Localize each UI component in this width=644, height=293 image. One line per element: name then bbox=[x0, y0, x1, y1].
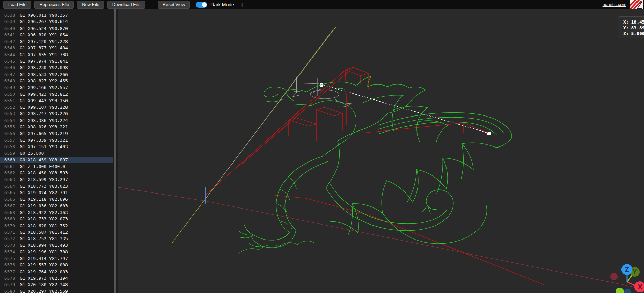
gcode-line-number: 6558 bbox=[0, 143, 15, 150]
gcode-line[interactable]: 6558G1 X97.151 Y93.403 bbox=[0, 143, 113, 150]
toggle-knob-icon bbox=[202, 2, 207, 7]
gcode-line-number: 6563 bbox=[0, 176, 15, 183]
svg-text:Z: Z bbox=[625, 266, 629, 273]
gcode-line-number: 6566 bbox=[0, 196, 15, 202]
gcode-line[interactable]: 6559G0 Z5.000 bbox=[0, 150, 113, 156]
gcode-line[interactable]: 6579G1 X20.180 Y82.348 bbox=[0, 281, 113, 288]
gcode-line-text: G1 X98.747 Y93.226 bbox=[15, 110, 68, 117]
toolpath-viewport[interactable]: Y Z X bbox=[118, 9, 644, 293]
gcode-scrollbar-thumb[interactable] bbox=[114, 9, 116, 293]
gcode-line[interactable]: 6554G1 X98.386 Y93.224 bbox=[0, 117, 113, 124]
gcode-line[interactable]: 6565G1 X19.024 Y82.791 bbox=[0, 189, 113, 196]
gcode-line[interactable]: 6570G1 X18.628 Y81.752 bbox=[0, 222, 113, 229]
gcode-line[interactable]: 6545G1 X97.974 Y91.841 bbox=[0, 58, 113, 64]
gcode-line-number: 6562 bbox=[0, 170, 15, 176]
rapid-line-long bbox=[204, 28, 334, 201]
gcode-line-text: G1 X18.994 Y81.493 bbox=[15, 242, 68, 248]
load-file-button[interactable]: Load File bbox=[3, 1, 31, 9]
gcode-line-number: 6545 bbox=[0, 58, 15, 64]
gcode-line[interactable]: 6564G1 X18.773 Y83.023 bbox=[0, 183, 113, 189]
gcode-line[interactable]: 6547G1 X98.533 Y92.266 bbox=[0, 71, 113, 78]
gizmo-neg-x-ball[interactable] bbox=[610, 273, 618, 280]
gcode-line[interactable]: 6543G1 X97.377 Y91.484 bbox=[0, 45, 113, 51]
gcode-line[interactable]: 6569G1 X18.733 Y82.073 bbox=[0, 216, 113, 222]
gcode-line[interactable]: 6539G1 X96.267 Y90.614 bbox=[0, 18, 113, 25]
gcode-line-number: 6577 bbox=[0, 268, 15, 275]
gcode-line[interactable]: 6562G1 X18.450 Y83.593 bbox=[0, 170, 113, 176]
gcode-line-number: 6555 bbox=[0, 124, 15, 130]
gcode-line[interactable]: 6552G1 X99.107 Y93.228 bbox=[0, 104, 113, 110]
gcode-line[interactable]: 6578G1 X19.973 Y82.194 bbox=[0, 275, 113, 281]
coord-x: X: 18.459 bbox=[623, 19, 644, 25]
gcode-line-number: 6548 bbox=[0, 78, 15, 84]
gcode-line-text: G1 X19.973 Y82.194 bbox=[15, 275, 68, 281]
reset-view-button[interactable]: Reset View bbox=[158, 1, 190, 9]
gcode-line-text: G1 X20.180 Y82.348 bbox=[15, 281, 68, 288]
gcode-line[interactable]: 6574G1 X19.196 Y81.708 bbox=[0, 249, 113, 255]
gcode-line[interactable]: 6544G1 X97.635 Y91.738 bbox=[0, 51, 113, 58]
gcode-line-number: 6542 bbox=[0, 38, 15, 45]
gcode-line-text: G1 X19.036 Y82.603 bbox=[15, 203, 68, 209]
dark-mode-toggle[interactable] bbox=[196, 2, 207, 8]
gizmo-neg-z-ball[interactable] bbox=[624, 289, 631, 293]
gcode-list: 6538G1 X96.011 Y90.3576539G1 X96.267 Y90… bbox=[0, 12, 113, 293]
gcode-line[interactable]: 6546G1 X98.230 Y92.098 bbox=[0, 64, 113, 71]
gcode-line[interactable]: 6572G1 X18.752 Y81.335 bbox=[0, 235, 113, 242]
gcode-line[interactable]: 6555G1 X98.026 Y93.221 bbox=[0, 124, 113, 130]
gcode-line[interactable]: 6557G1 X97.339 Y93.321 bbox=[0, 137, 113, 143]
gcode-line-number: 6564 bbox=[0, 183, 15, 189]
gizmo-z-ball[interactable]: Z bbox=[621, 264, 632, 275]
coordinate-readout: X: 18.459 Y: 83.897 Z: 5.000 bbox=[618, 16, 644, 38]
gcode-line-text: G1 X98.827 Y92.455 bbox=[15, 78, 68, 84]
gcode-line[interactable]: 6551G1 X99.443 Y93.150 bbox=[0, 97, 113, 104]
gcode-line[interactable]: 6575G1 X19.414 Y81.797 bbox=[0, 255, 113, 262]
gcode-line[interactable]: 6550G1 X99.423 Y92.812 bbox=[0, 91, 113, 97]
gcode-line-number: 6557 bbox=[0, 137, 15, 143]
gcode-line-text: G1 X19.196 Y81.708 bbox=[15, 249, 68, 255]
gcode-line[interactable]: 6567G1 X19.036 Y82.603 bbox=[0, 203, 113, 209]
gcode-line[interactable]: 6568G1 X18.922 Y82.363 bbox=[0, 209, 113, 216]
gcode-line[interactable]: 6541G1 X96.820 Y91.054 bbox=[0, 32, 113, 38]
gcode-line[interactable]: 6573G1 X18.994 Y81.493 bbox=[0, 242, 113, 248]
gcode-line[interactable]: 6563G1 X18.599 Y83.297 bbox=[0, 176, 113, 183]
gcode-line-number: 6572 bbox=[0, 235, 15, 242]
gcode-line-text: G1 X19.414 Y81.797 bbox=[15, 255, 68, 262]
gcode-line[interactable]: 6556G1 X97.665 Y93.219 bbox=[0, 130, 113, 137]
gcode-line-text: G1 X97.974 Y91.841 bbox=[15, 58, 68, 64]
ncnetic-link[interactable]: ncnetic.com bbox=[603, 2, 626, 7]
gcode-line-number: 6574 bbox=[0, 249, 15, 255]
gcode-line[interactable]: 6576G1 X19.557 Y82.008 bbox=[0, 262, 113, 268]
gcode-line-text: G1 X19.024 Y82.791 bbox=[15, 189, 68, 196]
gcode-line[interactable]: 6566G1 X19.118 Y82.696 bbox=[0, 196, 113, 202]
gcode-line-number: 6552 bbox=[0, 104, 15, 110]
gcode-line-number: 6539 bbox=[0, 18, 15, 25]
gcode-line-text: G1 X18.752 Y81.335 bbox=[15, 235, 68, 242]
gcode-line-text: G1 X18.733 Y82.073 bbox=[15, 216, 68, 222]
download-file-button[interactable]: Download File bbox=[107, 1, 145, 9]
gcode-line[interactable]: 6540G1 X96.524 Y90.870 bbox=[0, 25, 113, 32]
gcode-line-number: 6546 bbox=[0, 64, 15, 71]
gcode-line-text: G1 X96.267 Y90.614 bbox=[15, 18, 68, 25]
gcode-line-text: G1 X18.599 Y83.297 bbox=[15, 176, 68, 183]
new-file-button[interactable]: New File bbox=[77, 1, 104, 9]
gcode-line[interactable]: 6549G1 X99.166 Y92.557 bbox=[0, 84, 113, 91]
gcode-line[interactable]: 6560G0 X18.459 Y83.897 bbox=[0, 157, 113, 163]
gcode-scrollbar bbox=[113, 9, 118, 293]
gcode-line[interactable]: 6548G1 X98.827 Y92.455 bbox=[0, 78, 113, 84]
rapid-end-marker bbox=[487, 132, 491, 135]
gcode-line[interactable]: 6580G1 X20.297 Y82.559 bbox=[0, 288, 113, 293]
gcode-line[interactable]: 6538G1 X96.011 Y90.357 bbox=[0, 12, 113, 18]
gcode-line[interactable]: 6561G1 Z-1.000 F400.0 bbox=[0, 163, 113, 170]
gcode-line[interactable]: 6542G1 X97.120 Y91.228 bbox=[0, 38, 113, 45]
gizmo-neg-y-ball[interactable] bbox=[616, 288, 624, 293]
gcode-line-text: G1 X99.107 Y93.228 bbox=[15, 104, 68, 110]
gizmo-x-ball[interactable]: X bbox=[634, 281, 644, 292]
reprocess-file-button[interactable]: Reprocess File bbox=[34, 1, 74, 9]
toolbar: Load File Reprocess File New File Downlo… bbox=[0, 0, 644, 9]
gcode-line-number: 6560 bbox=[0, 157, 15, 163]
gcode-line[interactable]: 6571G1 X18.587 Y81.412 bbox=[0, 229, 113, 235]
coord-y: Y: 83.897 bbox=[623, 25, 644, 31]
gcode-line[interactable]: 6577G1 X19.764 Y82.083 bbox=[0, 268, 113, 275]
gcode-line[interactable]: 6553G1 X98.747 Y93.226 bbox=[0, 110, 113, 117]
gcode-line-text: G1 X98.533 Y92.266 bbox=[15, 71, 68, 78]
